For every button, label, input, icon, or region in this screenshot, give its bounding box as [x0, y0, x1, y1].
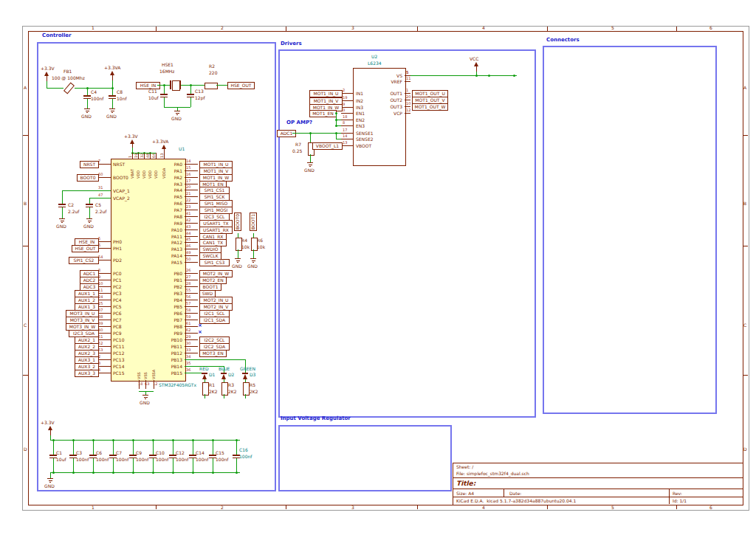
schematic-canvas: Controller Drivers Connectors Input Volt… [0, 0, 756, 535]
pin-name: PB14 [171, 364, 182, 369]
gnd-symbol [86, 218, 92, 219]
pin-name: PA2 [174, 175, 182, 180]
net-label-hse_out[interactable]: HSE_OUT [227, 82, 255, 89]
ref: D2 [228, 372, 234, 377]
pin-name: EN2 [356, 117, 365, 122]
gnd-label: GND [56, 224, 66, 229]
pin-name: PA9 [174, 221, 182, 226]
label: C5 [95, 202, 101, 207]
net-label-mot1_en[interactable]: MOT1_EN [309, 110, 337, 117]
pin-name: PC3 [113, 291, 122, 296]
value: STM32F405RGTx [159, 382, 196, 387]
pin-stub [286, 27, 286, 31]
net-label-adc1[interactable]: ADC1 [277, 130, 296, 137]
capacitor[interactable] [83, 95, 91, 97]
pin-stub [286, 505, 286, 509]
label: C3 [76, 450, 82, 455]
pin-name: PB13 [171, 357, 182, 362]
pin-name: PC1 [113, 277, 122, 283]
crystal-hse1[interactable] [172, 80, 180, 91]
pin-number: 18 [343, 114, 347, 120]
wire [112, 88, 113, 95]
wire [173, 440, 173, 455]
net-label-hse_in[interactable]: HSE_IN [136, 82, 160, 89]
net-label-hse_out[interactable]: HSE_OUT [72, 245, 99, 252]
junction [92, 472, 94, 474]
diode-triangle [202, 374, 207, 379]
pin-name: VDD [148, 161, 152, 179]
pin-number: 57 [186, 301, 190, 306]
pin-name: PD2 [113, 258, 122, 263]
gnd-symbol [111, 112, 113, 113]
net-label-mot1_in_u[interactable]: MOT1_IN_U [309, 90, 343, 97]
wire [53, 440, 54, 455]
label: 100nf [239, 454, 252, 459]
frame-col-number: 5 [611, 25, 614, 30]
capacitor[interactable] [86, 204, 93, 205]
resistor[interactable] [221, 382, 228, 396]
net-label-aux3_3[interactable]: AUX3_3 [75, 370, 99, 377]
pin-stub [676, 27, 677, 31]
pin-stub [23, 375, 28, 376]
pin-name: VBAT [130, 161, 134, 179]
gnd-symbol [236, 260, 240, 261]
capacitor[interactable] [58, 204, 66, 205]
net-label-i2c1_sda[interactable]: I2C1_SDA [199, 317, 230, 324]
wire [47, 88, 63, 89]
pin-name: PC15 [113, 370, 124, 376]
pin-name: VREF [391, 79, 402, 84]
net-label-mot3_en[interactable]: MOT3_EN [199, 350, 227, 357]
gnd-symbol [174, 111, 180, 111]
capacitor[interactable] [160, 94, 168, 95]
wire [216, 85, 227, 86]
diode-triangle [221, 374, 226, 379]
pin-number: 13 [343, 140, 347, 145]
frame-row-letter: C [743, 322, 746, 328]
power-label: +3.3VA [104, 65, 120, 70]
label: C11 [148, 89, 157, 94]
resistor[interactable] [202, 382, 209, 396]
pin-number: 59 [186, 314, 190, 320]
label: 2K2 [209, 389, 218, 394]
junction [212, 472, 214, 474]
frame-col-number: 3 [351, 505, 354, 510]
net-label-boot1[interactable]: BOOT1 [250, 213, 257, 231]
frame-col-number: 2 [221, 25, 224, 30]
pin-name: VCAP_2 [113, 196, 130, 201]
junction [132, 472, 134, 474]
wire [190, 85, 191, 94]
net-label-boot0[interactable]: BOOT0 [77, 174, 99, 182]
label: R7 [295, 142, 301, 147]
resistor[interactable] [205, 83, 218, 89]
label: 10nf [117, 96, 127, 101]
label: 12pf [195, 95, 205, 100]
net-label-boot0[interactable]: BOOT0 [234, 213, 241, 231]
pin-name: PC14 [113, 364, 124, 369]
pin-number: 17 [343, 128, 347, 133]
wire [62, 207, 63, 218]
net-label-vboot_l1[interactable]: VBOOT_L1 [312, 142, 343, 150]
wire [193, 440, 193, 455]
resistor[interactable] [243, 382, 250, 396]
gnd-symbol [84, 108, 90, 109]
pin-name: VS [396, 73, 402, 78]
label: 100nf [196, 457, 208, 462]
net-label-spi1_cs3[interactable]: SPI1_CS3 [199, 259, 230, 266]
net-label-nrst[interactable]: NRST [80, 161, 99, 168]
ref: D1 [209, 372, 215, 377]
junction [488, 75, 490, 77]
pin-name: PC7 [113, 317, 122, 322]
capacitor[interactable] [109, 95, 116, 97]
pin-name: PB12 [171, 351, 182, 356]
net-label-spi1_cs2[interactable]: SPI1_CS2 [69, 257, 99, 264]
pin-number: 50 [186, 257, 190, 262]
pin-number: 18 [138, 382, 142, 387]
wire [113, 440, 114, 455]
wire [93, 458, 94, 472]
net-label-mot1_out_w[interactable]: MOT1_OUT_W [412, 103, 448, 111]
capacitor[interactable] [187, 94, 194, 95]
pin-name: OUT3 [390, 104, 402, 109]
wire [89, 207, 90, 218]
gnd-label: GND [83, 224, 94, 229]
junction [335, 119, 337, 121]
